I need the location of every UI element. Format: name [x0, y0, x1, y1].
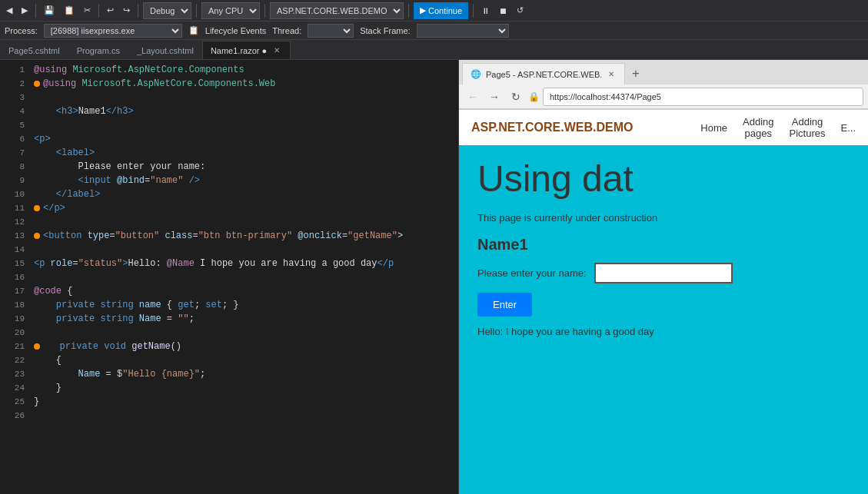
ln-4: 4 — [0, 104, 25, 118]
process-bar: Process: [26988] iisexpress.exe 📋 Lifecy… — [0, 22, 868, 40]
ln-19: 19 — [0, 312, 25, 326]
ln-26: 26 — [0, 409, 25, 423]
sep1 — [35, 4, 36, 18]
ln-9: 9 — [0, 174, 25, 187]
main-toolbar: ◀ ▶ 💾 📋 ✂ ↩ ↪ Debug Any CPU ASP.NET.CORE… — [0, 0, 868, 22]
clipboard-button[interactable]: 📋 — [61, 2, 78, 19]
pause-button[interactable]: ⏸ — [478, 2, 493, 19]
nav-adding-pages[interactable]: Adding pages — [743, 116, 773, 139]
ln-22: 22 — [0, 353, 25, 367]
code-line-5 — [31, 118, 458, 132]
browser-tab-label: Page5 - ASP.NET.CORE.WEB.DE... — [486, 70, 601, 79]
ln-25: 25 — [0, 395, 25, 409]
site-navbar: ASP.NET.CORE.WEB.DEMO Home Adding pages … — [459, 110, 868, 145]
back-button[interactable]: ◀ — [3, 2, 15, 19]
breakpoint-indicator-21 — [34, 343, 40, 350]
code-line-2: @using Microsoft.AspNetCore.Components.W… — [31, 77, 458, 91]
browser-new-tab[interactable]: + — [625, 63, 647, 85]
tab-program[interactable]: Program.cs — [68, 41, 128, 59]
code-line-19: private string Name = ""; — [31, 312, 458, 326]
ln-7: 7 — [0, 146, 25, 160]
code-lines[interactable]: @using Microsoft.AspNetCore.Components @… — [31, 60, 458, 494]
stop-button[interactable]: ⏹ — [496, 2, 510, 19]
code-line-17: @code { — [31, 284, 458, 298]
nav-more[interactable]: E... — [840, 122, 856, 134]
breakpoint-indicator-11 — [34, 205, 40, 211]
code-line-13: <button type="button" class="btn btn-pri… — [31, 229, 458, 243]
code-content: 1 2 3 4 5 6 7 8 9 10 11 12 13 14 15 16 1… — [0, 60, 458, 494]
ln-13: 13 — [0, 229, 25, 243]
code-line-18: private string name { get; set; } — [31, 298, 458, 312]
enter-button[interactable]: Enter — [477, 293, 532, 317]
sep7 — [473, 4, 474, 18]
ln-11: 11 — [0, 201, 25, 215]
page-heading: Using dat — [477, 157, 850, 200]
nav-adding-pictures[interactable]: Adding Pictures — [790, 116, 826, 139]
undo-button[interactable]: ↩ — [104, 2, 117, 19]
tab-layout-label: _Layout.cshtml — [137, 46, 194, 55]
code-line-24: } — [31, 381, 458, 395]
code-line-10: </label> — [31, 187, 458, 201]
browser-address-bar[interactable] — [543, 88, 863, 106]
code-line-22: { — [31, 353, 458, 367]
process-select[interactable]: [26988] iisexpress.exe — [44, 24, 182, 38]
ln-17: 17 — [0, 284, 25, 298]
ln-12: 12 — [0, 215, 25, 229]
name-input[interactable] — [594, 263, 733, 283]
browser-forward-button[interactable]: → — [485, 88, 504, 106]
thread-select[interactable] — [308, 24, 354, 38]
sep5 — [264, 4, 265, 18]
continue-button[interactable]: ▶ Continue — [414, 2, 468, 19]
code-line-14 — [31, 243, 458, 257]
code-line-8: Please enter your name: — [31, 160, 458, 174]
ln-5: 5 — [0, 118, 25, 132]
site-title: ASP.NET.CORE.WEB.DEMO — [471, 121, 633, 134]
redo-button[interactable]: ↪ — [120, 2, 133, 19]
code-line-4: <h3>Name1</h3> — [31, 104, 458, 118]
code-line-15: <p role="status">Hello: @Name I hope you… — [31, 257, 458, 270]
browser-reload-button[interactable]: ↻ — [507, 88, 525, 106]
code-line-12 — [31, 215, 458, 229]
sep4 — [196, 4, 197, 18]
cut-button[interactable]: ✂ — [81, 2, 94, 19]
ln-1: 1 — [0, 63, 25, 77]
lifecycle-icon: 📋 — [188, 25, 199, 35]
cpu-dropdown[interactable]: Any CPU — [201, 2, 260, 19]
stack-frame-select[interactable] — [417, 24, 509, 38]
ln-6: 6 — [0, 132, 25, 146]
tab-name1[interactable]: Name1.razor ● ✕ — [202, 41, 291, 59]
browser-tab-bar: 🌐 Page5 - ASP.NET.CORE.WEB.DE... ✕ + — [459, 60, 868, 85]
browser-panel: 🌐 Page5 - ASP.NET.CORE.WEB.DE... ✕ + ← →… — [458, 60, 868, 494]
ln-20: 20 — [0, 326, 25, 340]
app-dropdown[interactable]: ASP.NET.CORE.WEB.DEMO — [270, 2, 404, 19]
editor-area: 1 2 3 4 5 6 7 8 9 10 11 12 13 14 15 16 1… — [0, 60, 458, 494]
forward-button[interactable]: ▶ — [18, 2, 31, 19]
code-line-6: <p> — [31, 132, 458, 146]
main-layout: 1 2 3 4 5 6 7 8 9 10 11 12 13 14 15 16 1… — [0, 60, 868, 494]
ln-2: 2 — [0, 77, 25, 91]
code-line-23: Name = $"Hello {name}"; — [31, 367, 458, 381]
process-label: Process: — [5, 26, 38, 35]
tab-name1-close[interactable]: ✕ — [271, 45, 282, 56]
sep2 — [98, 4, 99, 18]
browser-nav-bar: ← → ↻ 🔒 — [459, 85, 868, 109]
browser-tab-page5[interactable]: 🌐 Page5 - ASP.NET.CORE.WEB.DE... ✕ — [462, 63, 625, 85]
tab-page5[interactable]: Page5.cshtml — [0, 41, 68, 59]
restart-button[interactable]: ↺ — [514, 2, 527, 19]
form-label: Please enter your name: — [477, 267, 587, 279]
save-button[interactable]: 💾 — [41, 2, 58, 19]
browser-tab-icon: 🌐 — [471, 69, 481, 79]
browser-chrome: 🌐 Page5 - ASP.NET.CORE.WEB.DE... ✕ + ← →… — [459, 60, 868, 110]
form-heading: Name1 — [477, 236, 850, 254]
page-subtitle: This page is currently under constructio… — [477, 212, 850, 224]
debug-dropdown[interactable]: Debug — [143, 2, 191, 19]
code-line-3 — [31, 91, 458, 104]
browser-back-button[interactable]: ← — [464, 88, 482, 106]
form-row: Please enter your name: — [477, 263, 850, 283]
nav-home[interactable]: Home — [700, 122, 727, 134]
code-line-7: <label> — [31, 146, 458, 160]
ln-15: 15 — [0, 257, 25, 270]
browser-tab-close[interactable]: ✕ — [606, 69, 617, 79]
tab-layout[interactable]: _Layout.cshtml — [128, 41, 202, 59]
hello-text: Hello: I hope you are having a good day — [477, 326, 850, 337]
